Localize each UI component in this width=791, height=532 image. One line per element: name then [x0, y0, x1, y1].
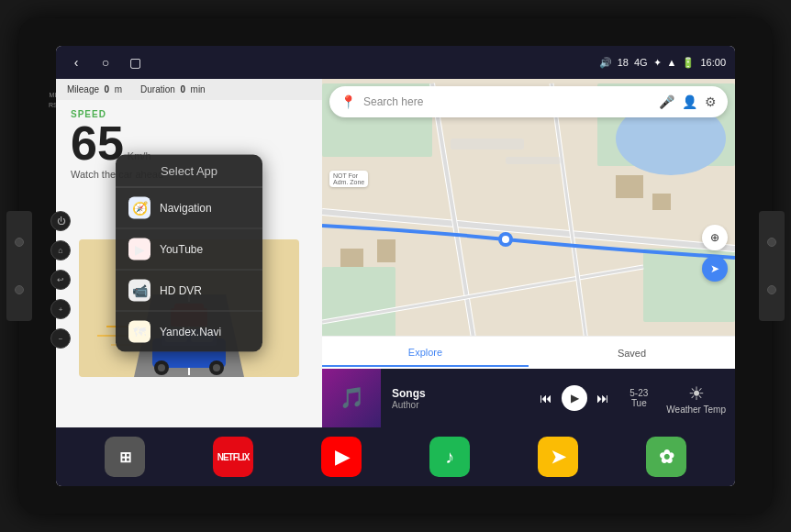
- car-unit: MIC RST ⏻ ⌂ ↩ + − ‹ ○ ▢ 🔊 18 4G ✦ ▲ 🔋 16…: [19, 18, 772, 514]
- music-controls: ⏮ ▶ ⏭: [529, 385, 620, 411]
- map-search-bar[interactable]: 📍 Search here 🎤 👤 ⚙: [329, 86, 728, 117]
- road-indicator: NOT For Adm. Zone: [329, 171, 368, 187]
- music-info: Songs Author: [381, 387, 529, 410]
- prev-btn[interactable]: ⏮: [540, 391, 552, 405]
- settings-icon[interactable]: ⚙: [705, 94, 717, 109]
- battery-icon: 🔋: [682, 57, 695, 69]
- yandex-icon: 🗺: [128, 321, 150, 343]
- select-app-yandex[interactable]: 🗺 Yandex.Navi: [116, 312, 262, 352]
- volume-value: 18: [618, 57, 629, 68]
- recents-nav-btn[interactable]: ▢: [124, 55, 146, 70]
- weather-icon: ☀: [666, 382, 726, 405]
- back-button[interactable]: ↩: [50, 270, 71, 290]
- home-button[interactable]: ⌂: [50, 240, 71, 260]
- svg-rect-36: [451, 139, 524, 150]
- app-youtube-btn[interactable]: ▶: [321, 437, 362, 477]
- search-pin-icon: 📍: [340, 94, 356, 109]
- duration-stat: Duration 0 min: [140, 84, 206, 94]
- bracket-hole-2: [15, 285, 24, 294]
- app-spotify-btn[interactable]: ♪: [429, 437, 470, 477]
- yandex-label: Yandex.Navi: [160, 326, 221, 338]
- bracket-hole-4: [767, 285, 776, 294]
- power-button[interactable]: ⏻: [50, 211, 71, 231]
- music-date: 5-23 Tue: [620, 388, 657, 408]
- youtube-label: YouTube: [160, 243, 203, 256]
- bracket-hole-3: [767, 238, 776, 247]
- bottom-app-bar: ⊞ NETFLIX ▶ ♪ ➤ ✿: [56, 427, 735, 486]
- music-author: Author: [392, 400, 518, 410]
- svg-rect-33: [377, 239, 396, 262]
- svg-point-12: [213, 364, 220, 371]
- weather-label: Weather Temp: [666, 405, 726, 415]
- account-icon[interactable]: 👤: [682, 94, 697, 109]
- wifi-icon: ▲: [667, 57, 677, 68]
- clock: 16:00: [700, 57, 726, 68]
- top-bar: ‹ ○ ▢ 🔊 18 4G ✦ ▲ 🔋 16:00: [56, 46, 735, 79]
- select-app-overlay: Select App 🧭 Navigation ▶ YouTube 📹 HD D…: [116, 155, 262, 352]
- volume-icon: 🔊: [599, 57, 612, 69]
- vol-up-button[interactable]: +: [50, 299, 71, 319]
- svg-rect-35: [652, 194, 671, 210]
- bracket-left: [6, 211, 32, 321]
- app-grid-btn[interactable]: ⊞: [105, 437, 145, 477]
- svg-rect-32: [340, 249, 363, 267]
- music-bar: 🎵 Songs Author ⏮ ▶ ⏭ 5-23 Tue: [322, 369, 735, 427]
- main-screen: ‹ ○ ▢ 🔊 18 4G ✦ ▲ 🔋 16:00 Mileage: [56, 46, 735, 486]
- svg-rect-34: [616, 175, 643, 198]
- home-nav-btn[interactable]: ○: [95, 55, 117, 70]
- hddvr-icon: 📹: [128, 280, 150, 302]
- app-maps-btn[interactable]: ➤: [538, 437, 578, 477]
- svg-point-31: [502, 236, 509, 243]
- compass-btn[interactable]: ⊕: [702, 225, 728, 250]
- stats-bar: Mileage 0 m Duration 0 min: [56, 79, 322, 100]
- hddvr-label: HD DVR: [160, 284, 202, 297]
- navigation-label: Navigation: [160, 202, 212, 215]
- main-content: Mileage 0 m Duration 0 min SPEED 65: [56, 79, 735, 427]
- search-placeholder: Search here: [363, 95, 652, 108]
- mic-search-icon[interactable]: 🎤: [659, 94, 674, 109]
- weather-box: ☀ Weather Temp: [657, 382, 735, 415]
- music-note-icon: 🎵: [340, 386, 364, 410]
- bracket-hole-1: [15, 238, 24, 247]
- mileage-stat: Mileage 0 m: [67, 84, 122, 94]
- select-app-hddvr[interactable]: 📹 HD DVR: [116, 271, 262, 312]
- app-carplay-btn[interactable]: ✿: [646, 437, 686, 477]
- left-panel: Mileage 0 m Duration 0 min SPEED 65: [56, 79, 322, 427]
- left-side-buttons: ⏻ ⌂ ↩ + −: [50, 183, 71, 349]
- location-btn[interactable]: ➤: [702, 256, 728, 282]
- music-title: Songs: [392, 387, 518, 400]
- select-app-youtube[interactable]: ▶ YouTube: [116, 229, 262, 271]
- vol-down-button[interactable]: −: [50, 328, 71, 349]
- bracket-right: [759, 211, 785, 321]
- svg-rect-37: [506, 157, 561, 164]
- tab-saved[interactable]: Saved: [529, 340, 735, 366]
- search-right-icons: 🎤 👤 ⚙: [659, 94, 717, 109]
- youtube-icon: ▶: [128, 238, 150, 260]
- map-controls: ⊕ ➤: [702, 225, 728, 282]
- svg-point-11: [158, 364, 165, 371]
- select-app-title: Select App: [116, 155, 262, 188]
- map-area[interactable]: 📍 Search here 🎤 👤 ⚙ ⊕ ➤ NOT For A: [322, 79, 735, 427]
- status-icons: 🔊 18 4G ✦ ▲ 🔋 16:00: [599, 57, 726, 69]
- network-label: 4G: [634, 57, 648, 68]
- tab-explore[interactable]: Explore: [322, 339, 529, 367]
- music-thumbnail: 🎵: [322, 369, 381, 427]
- bluetooth-icon: ✦: [653, 57, 662, 69]
- map-bottom-tabs: Explore Saved: [322, 336, 735, 369]
- next-btn[interactable]: ⏭: [596, 391, 609, 405]
- app-netflix-btn[interactable]: NETFLIX: [213, 437, 253, 477]
- back-nav-btn[interactable]: ‹: [65, 55, 87, 70]
- navigation-icon: 🧭: [128, 197, 150, 219]
- select-app-navigation[interactable]: 🧭 Navigation: [116, 188, 262, 229]
- play-btn[interactable]: ▶: [562, 385, 587, 411]
